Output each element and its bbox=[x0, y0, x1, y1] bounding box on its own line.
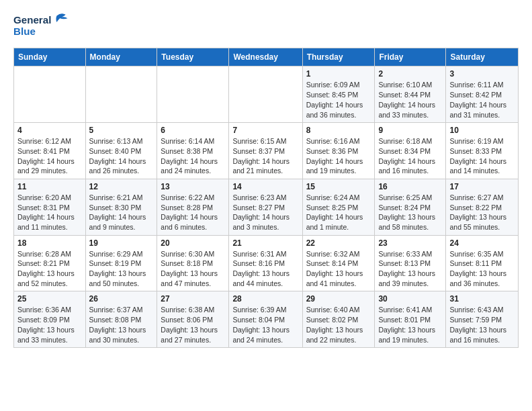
day-number: 7 bbox=[232, 126, 298, 135]
weekday-header-tuesday: Tuesday bbox=[157, 48, 229, 66]
calendar-cell: 15Sunrise: 6:24 AM Sunset: 8:25 PM Dayli… bbox=[302, 179, 375, 235]
calendar-cell: 12Sunrise: 6:21 AM Sunset: 8:30 PM Dayli… bbox=[85, 179, 157, 235]
calendar-cell: 17Sunrise: 6:27 AM Sunset: 8:22 PM Dayli… bbox=[446, 179, 519, 235]
calendar-cell: 5Sunrise: 6:13 AM Sunset: 8:40 PM Daylig… bbox=[85, 123, 157, 179]
calendar-cell: 28Sunrise: 6:39 AM Sunset: 8:04 PM Dayli… bbox=[229, 291, 302, 348]
day-number: 13 bbox=[161, 182, 225, 191]
calendar-cell: 26Sunrise: 6:37 AM Sunset: 8:08 PM Dayli… bbox=[85, 291, 157, 348]
day-number: 15 bbox=[306, 182, 371, 191]
day-number: 18 bbox=[17, 238, 82, 248]
calendar-cell: 14Sunrise: 6:23 AM Sunset: 8:27 PM Dayli… bbox=[229, 179, 302, 235]
day-number: 23 bbox=[378, 238, 442, 248]
day-number: 3 bbox=[449, 69, 515, 79]
day-info: Sunrise: 6:11 AM Sunset: 8:42 PM Dayligh… bbox=[449, 80, 515, 120]
day-info: Sunrise: 6:15 AM Sunset: 8:37 PM Dayligh… bbox=[232, 136, 298, 176]
calendar-cell: 19Sunrise: 6:29 AM Sunset: 8:19 PM Dayli… bbox=[85, 235, 157, 291]
day-number: 8 bbox=[306, 126, 371, 135]
svg-text:General: General bbox=[13, 14, 51, 26]
day-info: Sunrise: 6:18 AM Sunset: 8:34 PM Dayligh… bbox=[378, 136, 442, 176]
calendar-cell: 18Sunrise: 6:28 AM Sunset: 8:21 PM Dayli… bbox=[14, 235, 86, 291]
day-info: Sunrise: 6:23 AM Sunset: 8:27 PM Dayligh… bbox=[232, 193, 298, 232]
day-number: 22 bbox=[306, 238, 371, 248]
calendar-cell: 21Sunrise: 6:31 AM Sunset: 8:16 PM Dayli… bbox=[229, 235, 302, 291]
day-info: Sunrise: 6:35 AM Sunset: 8:11 PM Dayligh… bbox=[449, 249, 515, 289]
calendar-week-3: 11Sunrise: 6:20 AM Sunset: 8:31 PM Dayli… bbox=[14, 179, 519, 235]
calendar-week-2: 4Sunrise: 6:12 AM Sunset: 8:41 PM Daylig… bbox=[14, 123, 519, 179]
day-number: 26 bbox=[89, 294, 154, 304]
calendar-cell: 29Sunrise: 6:40 AM Sunset: 8:02 PM Dayli… bbox=[302, 291, 375, 348]
calendar-cell: 2Sunrise: 6:10 AM Sunset: 8:44 PM Daylig… bbox=[375, 66, 446, 123]
day-number: 24 bbox=[449, 238, 515, 248]
calendar-cell: 8Sunrise: 6:16 AM Sunset: 8:36 PM Daylig… bbox=[302, 123, 375, 179]
weekday-header-friday: Friday bbox=[375, 48, 446, 66]
day-number: 4 bbox=[17, 126, 82, 135]
day-info: Sunrise: 6:25 AM Sunset: 8:24 PM Dayligh… bbox=[378, 193, 442, 232]
day-info: Sunrise: 6:19 AM Sunset: 8:33 PM Dayligh… bbox=[449, 136, 515, 176]
logo-svg: General Blue bbox=[13, 11, 74, 41]
day-info: Sunrise: 6:30 AM Sunset: 8:18 PM Dayligh… bbox=[161, 249, 225, 289]
day-info: Sunrise: 6:40 AM Sunset: 8:02 PM Dayligh… bbox=[306, 305, 371, 345]
day-number: 14 bbox=[232, 182, 298, 191]
calendar-cell: 3Sunrise: 6:11 AM Sunset: 8:42 PM Daylig… bbox=[446, 66, 519, 123]
calendar-table: SundayMondayTuesdayWednesdayThursdayFrid… bbox=[13, 48, 519, 348]
calendar-cell: 23Sunrise: 6:33 AM Sunset: 8:13 PM Dayli… bbox=[375, 235, 446, 291]
day-info: Sunrise: 6:39 AM Sunset: 8:04 PM Dayligh… bbox=[232, 305, 298, 345]
day-number: 2 bbox=[378, 69, 442, 79]
calendar-cell: 11Sunrise: 6:20 AM Sunset: 8:31 PM Dayli… bbox=[14, 179, 86, 235]
day-number: 21 bbox=[232, 238, 298, 248]
day-number: 28 bbox=[232, 294, 298, 304]
day-number: 1 bbox=[306, 69, 371, 79]
calendar-cell: 13Sunrise: 6:22 AM Sunset: 8:28 PM Dayli… bbox=[157, 179, 229, 235]
day-number: 31 bbox=[449, 294, 515, 304]
weekday-header-thursday: Thursday bbox=[302, 48, 375, 66]
calendar-cell: 7Sunrise: 6:15 AM Sunset: 8:37 PM Daylig… bbox=[229, 123, 302, 179]
day-info: Sunrise: 6:27 AM Sunset: 8:22 PM Dayligh… bbox=[449, 193, 515, 232]
day-info: Sunrise: 6:33 AM Sunset: 8:13 PM Dayligh… bbox=[378, 249, 442, 289]
calendar-cell: 6Sunrise: 6:14 AM Sunset: 8:38 PM Daylig… bbox=[157, 123, 229, 179]
day-number: 20 bbox=[161, 238, 225, 248]
day-info: Sunrise: 6:31 AM Sunset: 8:16 PM Dayligh… bbox=[232, 249, 298, 289]
day-number: 30 bbox=[378, 294, 442, 304]
day-info: Sunrise: 6:24 AM Sunset: 8:25 PM Dayligh… bbox=[306, 193, 371, 232]
day-number: 29 bbox=[306, 294, 371, 304]
day-info: Sunrise: 6:09 AM Sunset: 8:45 PM Dayligh… bbox=[306, 80, 371, 120]
weekday-header-monday: Monday bbox=[85, 48, 157, 66]
weekday-header-row: SundayMondayTuesdayWednesdayThursdayFrid… bbox=[14, 48, 519, 66]
calendar-cell bbox=[14, 66, 86, 123]
calendar-cell: 25Sunrise: 6:36 AM Sunset: 8:09 PM Dayli… bbox=[14, 291, 86, 348]
day-number: 16 bbox=[378, 182, 442, 191]
day-info: Sunrise: 6:16 AM Sunset: 8:36 PM Dayligh… bbox=[306, 136, 371, 176]
calendar-cell: 31Sunrise: 6:43 AM Sunset: 7:59 PM Dayli… bbox=[446, 291, 519, 348]
day-info: Sunrise: 6:20 AM Sunset: 8:31 PM Dayligh… bbox=[17, 193, 82, 232]
calendar-cell: 16Sunrise: 6:25 AM Sunset: 8:24 PM Dayli… bbox=[375, 179, 446, 235]
calendar-cell: 9Sunrise: 6:18 AM Sunset: 8:34 PM Daylig… bbox=[375, 123, 446, 179]
day-number: 12 bbox=[89, 182, 154, 191]
day-info: Sunrise: 6:43 AM Sunset: 7:59 PM Dayligh… bbox=[449, 305, 515, 345]
day-info: Sunrise: 6:13 AM Sunset: 8:40 PM Dayligh… bbox=[89, 136, 154, 176]
day-info: Sunrise: 6:14 AM Sunset: 8:38 PM Dayligh… bbox=[161, 136, 225, 176]
calendar-cell bbox=[157, 66, 229, 123]
day-info: Sunrise: 6:21 AM Sunset: 8:30 PM Dayligh… bbox=[89, 193, 154, 232]
weekday-header-sunday: Sunday bbox=[14, 48, 86, 66]
calendar-cell bbox=[229, 66, 302, 123]
calendar-week-5: 25Sunrise: 6:36 AM Sunset: 8:09 PM Dayli… bbox=[14, 291, 519, 348]
calendar-cell bbox=[85, 66, 157, 123]
calendar-week-1: 1Sunrise: 6:09 AM Sunset: 8:45 PM Daylig… bbox=[14, 66, 519, 123]
calendar-cell: 24Sunrise: 6:35 AM Sunset: 8:11 PM Dayli… bbox=[446, 235, 519, 291]
day-info: Sunrise: 6:10 AM Sunset: 8:44 PM Dayligh… bbox=[378, 80, 442, 120]
svg-text:Blue: Blue bbox=[13, 26, 36, 37]
weekday-header-wednesday: Wednesday bbox=[229, 48, 302, 66]
day-number: 6 bbox=[161, 126, 225, 135]
calendar-cell: 20Sunrise: 6:30 AM Sunset: 8:18 PM Dayli… bbox=[157, 235, 229, 291]
day-number: 25 bbox=[17, 294, 82, 304]
day-number: 19 bbox=[89, 238, 154, 248]
calendar-cell: 27Sunrise: 6:38 AM Sunset: 8:06 PM Dayli… bbox=[157, 291, 229, 348]
calendar-week-4: 18Sunrise: 6:28 AM Sunset: 8:21 PM Dayli… bbox=[14, 235, 519, 291]
day-number: 10 bbox=[449, 126, 515, 135]
calendar-cell: 1Sunrise: 6:09 AM Sunset: 8:45 PM Daylig… bbox=[302, 66, 375, 123]
calendar-cell: 10Sunrise: 6:19 AM Sunset: 8:33 PM Dayli… bbox=[446, 123, 519, 179]
day-info: Sunrise: 6:37 AM Sunset: 8:08 PM Dayligh… bbox=[89, 305, 154, 345]
calendar-cell: 4Sunrise: 6:12 AM Sunset: 8:41 PM Daylig… bbox=[14, 123, 86, 179]
calendar-cell: 22Sunrise: 6:32 AM Sunset: 8:14 PM Dayli… bbox=[302, 235, 375, 291]
day-info: Sunrise: 6:12 AM Sunset: 8:41 PM Dayligh… bbox=[17, 136, 82, 176]
